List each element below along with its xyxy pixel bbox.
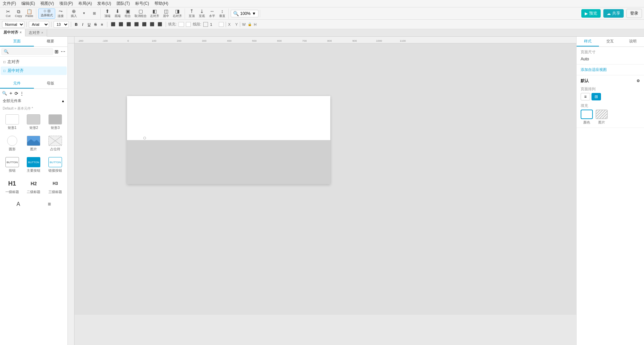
fill-checkbox[interactable] bbox=[186, 22, 191, 27]
right-toolbar-buttons: ▶ 预览 ☁ 共享 登录 bbox=[581, 9, 642, 18]
zoom-icon: 🔍 bbox=[233, 11, 239, 16]
description-tab[interactable]: 说明 bbox=[622, 37, 644, 46]
page-options-icon[interactable]: ⋯ bbox=[60, 48, 66, 55]
underline-button[interactable]: U bbox=[86, 22, 92, 27]
comp-btn-link[interactable]: BUTTON 链接按钮 bbox=[46, 156, 65, 174]
comp-more-2[interactable]: ≡ bbox=[46, 200, 52, 209]
canvas-content[interactable] bbox=[75, 43, 576, 345]
bottom-order-button[interactable]: ⤓至底 bbox=[197, 8, 207, 19]
copy-button[interactable]: ⧉ Copy bbox=[14, 8, 23, 19]
strikethrough-button[interactable]: S bbox=[92, 22, 99, 27]
page-layout-options: ≡ ⊞ bbox=[581, 93, 640, 100]
pages-search-input[interactable] bbox=[10, 50, 51, 54]
list-button[interactable]: ≡ bbox=[99, 22, 105, 27]
interaction-tab[interactable]: 交互 bbox=[599, 37, 621, 46]
style-tab[interactable]: 样式 bbox=[577, 37, 599, 46]
masters-tab[interactable]: 母版 bbox=[34, 79, 68, 89]
comp-h1[interactable]: H1 一级标题 bbox=[3, 177, 22, 196]
stroke-checkbox[interactable] bbox=[219, 22, 224, 27]
comp-rect1[interactable]: 矩形1 bbox=[3, 113, 22, 132]
stroke-color-box[interactable] bbox=[203, 22, 208, 27]
comp-btn-normal[interactable]: BUTTON 按钮 bbox=[3, 156, 22, 174]
canvas-area[interactable]: -200 -100 0 100 200 300 400 500 600 700 … bbox=[68, 37, 576, 345]
pages-search[interactable]: 🔍 bbox=[1, 48, 53, 55]
overview-tab[interactable]: 概要 bbox=[34, 37, 68, 46]
share-button[interactable]: ☁ 共享 bbox=[603, 9, 624, 18]
size-select[interactable]: 13 bbox=[54, 21, 69, 28]
comp-rect2[interactable]: 矩形2 bbox=[24, 113, 43, 132]
comp-rect3[interactable]: 矩形3 bbox=[46, 113, 65, 132]
align-right-button[interactable]: ⬛ bbox=[125, 22, 132, 27]
bold-button[interactable]: B bbox=[73, 22, 79, 27]
components-tab[interactable]: 元件 bbox=[0, 79, 34, 89]
login-button[interactable]: 登录 bbox=[626, 9, 642, 18]
comp-h2[interactable]: H2 二级标题 bbox=[24, 177, 43, 196]
fill-image-option[interactable]: 图片 bbox=[596, 110, 608, 125]
align-center-button[interactable]: ⬛ bbox=[117, 22, 125, 27]
left-align-button[interactable]: ◧左对齐 bbox=[149, 8, 161, 19]
layout-list-button[interactable]: ≡ bbox=[581, 93, 590, 100]
zoom-control[interactable]: 🔍 100% ▼ bbox=[231, 10, 258, 17]
select-mode-button[interactable]: ⊹ ⊟ 选择模式 bbox=[38, 8, 55, 19]
bottom-align-button[interactable]: ⬇底端 bbox=[113, 8, 122, 19]
comp-h3[interactable]: H3 三级标题 bbox=[46, 177, 65, 196]
font-select[interactable]: Arial bbox=[29, 21, 49, 28]
page-item-center[interactable]: □ 居中对齐 bbox=[1, 66, 67, 75]
add-adaptive-view-link[interactable]: 添加自适应视图 bbox=[581, 68, 607, 72]
italic-button[interactable]: I bbox=[80, 22, 86, 27]
comp-add-icon[interactable]: ＋ bbox=[8, 90, 13, 96]
menu-layout[interactable]: 布局(A) bbox=[78, 1, 92, 6]
page-tab-left-close[interactable]: × bbox=[41, 31, 43, 35]
cut-button[interactable]: ✂ Cut bbox=[3, 8, 13, 19]
page-tab-center-close[interactable]: × bbox=[20, 31, 22, 34]
menu-view[interactable]: 视图(V) bbox=[40, 1, 54, 6]
style-select[interactable]: Normal bbox=[2, 21, 24, 28]
v-dist-button[interactable]: ↕垂直 bbox=[217, 8, 227, 19]
comp-image[interactable]: 图片 bbox=[24, 134, 43, 153]
v-align-top-button[interactable]: ⬛ bbox=[141, 22, 148, 27]
fill-color-box[interactable] bbox=[179, 22, 184, 27]
page-frame[interactable] bbox=[127, 96, 330, 184]
rect2-icon bbox=[27, 114, 40, 124]
layout-grid-button[interactable]: ⊞ bbox=[591, 93, 601, 100]
align-justify-button[interactable]: ⬛ bbox=[133, 22, 140, 27]
page-tab-center[interactable]: 居中对齐 × bbox=[0, 29, 25, 37]
preview-button[interactable]: ▶ 预览 bbox=[581, 9, 601, 18]
add-page-icon[interactable]: ⊞ bbox=[54, 48, 59, 55]
menu-help[interactable]: 帮助(H) bbox=[154, 1, 168, 6]
table-button[interactable]: ⊞ bbox=[89, 8, 99, 19]
pages-tab[interactable]: 页面 bbox=[0, 37, 34, 46]
default-settings-icon[interactable]: ⚙ bbox=[637, 79, 640, 83]
v-align-bottom-button[interactable]: ⬛ bbox=[156, 22, 164, 27]
fill-color-option[interactable]: 颜色 bbox=[581, 110, 593, 125]
h3-icon: H3 bbox=[53, 178, 58, 189]
v-align-mid-button[interactable]: ⬛ bbox=[148, 22, 156, 27]
h-dist-button[interactable]: ↔水平 bbox=[207, 8, 217, 19]
menu-file[interactable]: 文件(F) bbox=[3, 1, 16, 6]
align-left-button[interactable]: ⬛ bbox=[109, 22, 117, 27]
comp-more-icon[interactable]: ⋮ bbox=[20, 91, 24, 96]
insert-button[interactable]: ⊕ 插入 bbox=[69, 8, 79, 19]
menu-project[interactable]: 项目(P) bbox=[59, 1, 73, 6]
insert-dropdown-button[interactable]: ▼ bbox=[79, 8, 89, 19]
comp-circle[interactable]: 圆形 bbox=[3, 134, 22, 153]
menu-edit[interactable]: 编辑(E) bbox=[21, 1, 35, 6]
library-dropdown-icon[interactable]: ▲ bbox=[61, 99, 65, 103]
top-order-button[interactable]: ⤒至顶 bbox=[187, 8, 196, 19]
menu-mark[interactable]: 标号(C) bbox=[135, 1, 149, 6]
comp-placeholder[interactable]: 占位符 bbox=[46, 134, 65, 153]
menu-team[interactable]: 团队(T) bbox=[117, 1, 130, 6]
page-tab-left[interactable]: 左对齐 × bbox=[25, 29, 47, 37]
paste-button[interactable]: 📋 Paste bbox=[24, 8, 35, 19]
comp-refresh-icon[interactable]: ⟳ bbox=[15, 91, 18, 96]
top-align-button[interactable]: ⬆顶端 bbox=[103, 8, 112, 19]
comp-btn-primary[interactable]: BUTTON 主要按钮 bbox=[24, 156, 43, 174]
center-align-button[interactable]: ◫居中 bbox=[161, 8, 171, 19]
right-align-button[interactable]: ◨右对齐 bbox=[171, 8, 183, 19]
ungroup-button[interactable]: ▢取消组合 bbox=[133, 8, 148, 19]
connect-button[interactable]: ⤳ 连接 bbox=[56, 8, 65, 19]
menu-publish[interactable]: 发布(U) bbox=[97, 1, 111, 6]
comp-more-1[interactable]: A bbox=[15, 200, 22, 209]
group-button[interactable]: ▣组合 bbox=[123, 8, 132, 19]
page-item-left[interactable]: □ 左对齐 bbox=[1, 58, 67, 66]
